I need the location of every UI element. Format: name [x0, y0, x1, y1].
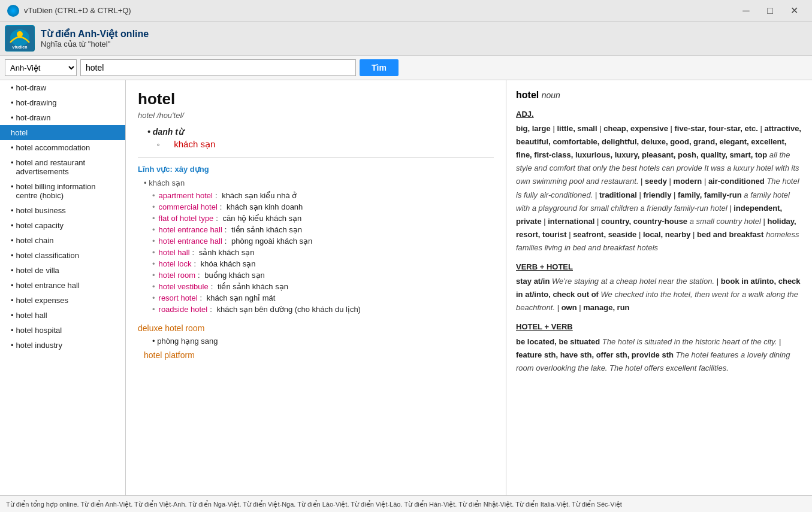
title-bar-text: vTuDien (CTRL+D & CTRL+Q)	[24, 6, 735, 15]
entry-flat-hotel-type: • flat of hotel type: căn hộ kiểu khách …	[138, 213, 494, 224]
sub-entry-title: • khách sạn	[138, 178, 494, 187]
deluxe-section: deluxe hotel room • phòng hạng sang hote…	[138, 323, 494, 360]
verb-section-head: VERB + HOTEL	[516, 260, 802, 274]
entry-hotel-hall: • hotel hall: sảnh khách sạn	[138, 247, 494, 258]
app-title-sub: Nghĩa của từ "hotel"	[41, 40, 149, 49]
sidebar: • hot-draw • hot-drawing • hot-drawn hot…	[0, 80, 126, 495]
entry-roadside-hotel: • roadside hotel: khách sạn bên đường (c…	[138, 304, 494, 315]
sidebar-item-hotel-de-villa[interactable]: • hotel de villa	[0, 263, 125, 278]
right-word: hotel	[516, 90, 539, 100]
app-header: vtudien Từ điển Anh-Việt online Nghĩa củ…	[0, 22, 812, 56]
entry-resort-hotel: • resort hotel: khách sạn nghỉ mát	[138, 292, 494, 304]
sidebar-item-hot-drawn[interactable]: • hot-drawn	[0, 110, 125, 125]
app-icon	[7, 5, 19, 17]
verb-text: stay at/in We're staying at a cheap hote…	[516, 277, 801, 312]
app-title-block: Từ điển Anh-Việt online Nghĩa của từ "ho…	[41, 28, 149, 49]
sub-entry-group: • khách sạn • apartment hotel: khách sạn…	[138, 178, 494, 315]
adj-section-head: ADJ.	[516, 108, 802, 121]
entry-hotel-entrance-hall-2: • hotel entrance hall: phòng ngoài khách…	[138, 235, 494, 247]
sidebar-item-hotel-accommodation[interactable]: • hotel accommodation	[0, 140, 125, 155]
title-bar-controls: ─ □ ✕	[735, 2, 805, 19]
sidebar-item-hotel-industry[interactable]: • hotel industry	[0, 338, 125, 353]
deluxe-title: deluxe hotel room	[138, 323, 494, 333]
hotel-verb-section-head: HOTEL + VERB	[516, 320, 802, 334]
svg-point-2	[17, 31, 23, 37]
linh-vuc: Lĩnh vực: xây dựng	[138, 165, 494, 174]
language-select[interactable]: Anh-Việt Việt-Anh Anh-Anh	[5, 59, 77, 76]
entry-commercial-hotel: • commercial hotel: khách sạn kinh doanh	[138, 201, 494, 213]
section-divider	[138, 157, 494, 157]
search-bar: Anh-Việt Việt-Anh Anh-Anh Tìm	[0, 56, 812, 80]
svg-text:vtudien: vtudien	[13, 45, 28, 49]
sidebar-item-hotel-hall[interactable]: • hotel hall	[0, 308, 125, 323]
adj-text: big, large | little, small | cheap, expe…	[516, 124, 801, 252]
sidebar-item-hotel-chain[interactable]: • hotel chain	[0, 233, 125, 248]
right-title: hotel noun	[516, 90, 802, 101]
part-of-speech: • danh từ	[147, 127, 494, 137]
collocations: ADJ. big, large | little, small | cheap,…	[516, 108, 802, 375]
entry-hotel-entrance-hall-1: • hotel entrance hall: tiền sảnh khách s…	[138, 224, 494, 235]
sidebar-item-hotel[interactable]: hotel	[0, 125, 125, 140]
right-pos-text: noun	[542, 90, 560, 100]
app-title-main: Từ điển Anh-Việt online	[41, 28, 149, 40]
title-bar: vTuDien (CTRL+D & CTRL+Q) ─ □ ✕	[0, 0, 812, 22]
sidebar-item-hotel-billing[interactable]: • hotel billing information centre (hobi…	[0, 179, 125, 203]
sidebar-item-hotel-capacity[interactable]: • hotel capacity	[0, 218, 125, 233]
sidebar-item-hotel-hospital[interactable]: • hotel hospital	[0, 323, 125, 338]
maximize-button[interactable]: □	[759, 2, 781, 19]
translation: khách sạn	[174, 139, 215, 149]
pos-section: • danh từ ◦ khách sạn	[138, 127, 494, 150]
app-logo: vtudien	[5, 25, 35, 51]
close-button[interactable]: ✕	[783, 2, 805, 19]
content-middle: hotel hotel /hou'tel/ • danh từ ◦ khách …	[126, 80, 506, 495]
word-phonetic: hotel /hou'tel/	[138, 111, 494, 120]
sidebar-item-hotel-and[interactable]: • hotel and restaurant advertisements	[0, 155, 125, 179]
status-text: Từ điển tổng hợp online. Từ điển Anh-Việ…	[6, 501, 622, 508]
entry-hotel-room: • hotel room: buồng khách sạn	[138, 269, 494, 281]
entry-hotel-vestibule: • hotel vestibule: tiền sảnh khách sạn	[138, 281, 494, 292]
search-button[interactable]: Tìm	[360, 59, 399, 76]
sidebar-item-hotel-expenses[interactable]: • hotel expenses	[0, 293, 125, 308]
entry-hotel-lock: • hotel lock: khóa khách sạn	[138, 258, 494, 269]
sidebar-item-hotel-business[interactable]: • hotel business	[0, 203, 125, 218]
sidebar-item-hotel-classification[interactable]: • hotel classification	[0, 248, 125, 263]
deluxe-item: • phòng hạng sang	[138, 337, 494, 346]
sidebar-item-hot-drawing[interactable]: • hot-drawing	[0, 95, 125, 110]
main-layout: • hot-draw • hot-drawing • hot-drawn hot…	[0, 80, 812, 495]
status-bar: Từ điển tổng hợp online. Từ điển Anh-Việ…	[0, 495, 812, 512]
minimize-button[interactable]: ─	[735, 2, 757, 19]
hotel-verb-text: be located, be situated The hotel is sit…	[516, 337, 790, 372]
hotel-platform: hotel platform	[138, 350, 494, 360]
sidebar-item-hot-draw[interactable]: • hot-draw	[0, 80, 125, 95]
entry-apartment-hotel: • apartment hotel: khách sạn kiểu nhà ở	[138, 190, 494, 201]
sidebar-item-hotel-entrance-hall[interactable]: • hotel entrance hall	[0, 278, 125, 293]
content-right: hotel noun ADJ. big, large | little, sma…	[506, 80, 812, 495]
search-input[interactable]	[80, 59, 356, 76]
word-title: hotel	[138, 90, 494, 108]
